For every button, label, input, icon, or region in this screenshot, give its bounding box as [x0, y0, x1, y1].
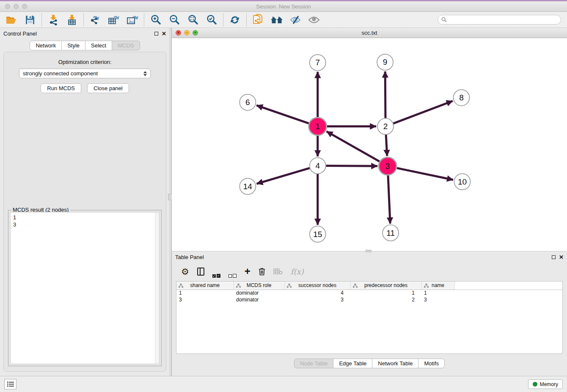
edge-2-8[interactable] — [385, 101, 453, 127]
mcds-result-group: MCDS result (2 nodes) 1 3 — [8, 210, 162, 366]
import-network-icon[interactable] — [47, 14, 60, 26]
zoom-in-icon[interactable] — [149, 14, 162, 26]
svg-text:2: 2 — [383, 122, 388, 131]
close-panel-button[interactable]: Close panel — [87, 83, 129, 93]
column-sort-icon — [353, 283, 358, 289]
column-header-name[interactable]: name — [421, 282, 454, 290]
table-options-icon[interactable]: ⚙ — [181, 265, 189, 278]
add-column-icon[interactable]: + — [245, 265, 250, 278]
zoom-fit-icon[interactable] — [187, 14, 199, 26]
float-panel-icon[interactable] — [154, 32, 158, 36]
zoom-selected-icon[interactable] — [205, 14, 218, 26]
table-row[interactable]: 3dominator323 — [176, 296, 562, 303]
function-builder-icon[interactable]: f(x) — [291, 265, 304, 278]
window-titlebar: Session: New Session — [0, 1, 567, 12]
cell-name[interactable]: 3 — [421, 296, 454, 303]
clone-network-icon[interactable] — [252, 14, 264, 26]
column-header-shared-name[interactable]: shared name — [176, 282, 234, 290]
tab-select[interactable]: Select — [85, 41, 112, 50]
optimization-criterion-select[interactable]: strongly connected component — [19, 69, 151, 78]
cell-name[interactable]: 1 — [421, 290, 454, 296]
table-row[interactable]: 1dominator411 — [176, 290, 562, 296]
cell-successor-nodes[interactable]: 3 — [284, 296, 350, 303]
export-image-icon[interactable] — [126, 14, 139, 26]
node-table[interactable]: shared nameMCDS rolesuccessor nodesprede… — [176, 281, 563, 354]
node-1[interactable]: 1 — [309, 118, 327, 135]
network-window-titlebar: ✕ – + scc.txt — [172, 28, 567, 38]
mcds-panel: Optimization criterion: strongly connect… — [3, 52, 166, 372]
node-11[interactable]: 11 — [383, 225, 399, 241]
svg-text:14: 14 — [243, 182, 253, 191]
close-panel-icon[interactable]: ✕ — [162, 31, 166, 36]
zoom-out-icon[interactable] — [168, 14, 181, 26]
node-2[interactable]: 2 — [377, 119, 394, 135]
edge-4-14[interactable] — [257, 166, 318, 184]
edge-3-10[interactable] — [388, 166, 453, 179]
memory-button[interactable]: Memory — [528, 379, 563, 389]
tab-node-table[interactable]: Node Table — [294, 359, 334, 368]
column-header-predecessor-nodes[interactable]: predecessor nodes — [350, 282, 421, 290]
column-header-MCDS-role[interactable]: MCDS role — [234, 282, 284, 290]
hide-selected-icon[interactable] — [289, 14, 302, 26]
svg-text:10: 10 — [458, 177, 467, 186]
show-all-icon[interactable] — [308, 14, 320, 26]
optimization-criterion-label: Optimization criterion: — [4, 59, 166, 65]
node-7[interactable]: 7 — [310, 55, 326, 71]
open-session-icon[interactable] — [5, 14, 18, 26]
save-session-icon[interactable] — [24, 14, 36, 26]
search-box[interactable] — [438, 15, 561, 25]
tab-network[interactable]: Network — [30, 41, 62, 50]
run-mcds-button[interactable]: Run MCDS — [41, 83, 81, 93]
network-graph[interactable]: 7968124314101511 — [172, 38, 567, 251]
search-input[interactable] — [449, 17, 557, 23]
node-8[interactable]: 8 — [453, 90, 469, 106]
tab-network-table[interactable]: Network Table — [372, 359, 418, 368]
node-10[interactable]: 10 — [454, 174, 470, 190]
first-neighbors-icon[interactable] — [270, 14, 283, 26]
node-15[interactable]: 15 — [310, 226, 326, 242]
column-panel-icon[interactable] — [197, 265, 204, 278]
node-6[interactable]: 6 — [239, 94, 256, 110]
tab-motifs[interactable]: Motifs — [418, 359, 445, 368]
column-header-successor-nodes[interactable]: successor nodes — [284, 282, 350, 290]
node-4[interactable]: 4 — [310, 157, 326, 174]
close-table-panel-icon[interactable]: ✕ — [559, 254, 564, 260]
tab-mcds[interactable]: MCDS — [112, 41, 140, 50]
tab-edge-table[interactable]: Edge Table — [333, 359, 372, 368]
export-network-icon[interactable] — [89, 14, 102, 26]
export-table-icon[interactable] — [107, 14, 120, 26]
edge-1-6[interactable] — [256, 105, 318, 127]
float-table-panel-icon[interactable] — [552, 255, 556, 259]
svg-text:3: 3 — [385, 162, 390, 171]
import-table-icon[interactable] — [66, 14, 78, 26]
mcds-result-text[interactable]: 1 3 — [10, 212, 160, 364]
column-header-filler — [454, 282, 562, 290]
cell-MCDS-role[interactable]: dominator — [234, 296, 284, 303]
svg-text:9: 9 — [383, 58, 388, 66]
search-icon — [441, 17, 447, 22]
cell-successor-nodes[interactable]: 4 — [284, 290, 350, 296]
table-panel-tabs: Node TableEdge TableNetwork TableMotifs — [294, 359, 445, 368]
cell-predecessor-nodes[interactable]: 2 — [350, 296, 421, 303]
select-spinner-icon — [143, 71, 147, 76]
svg-text:7: 7 — [315, 58, 320, 67]
delete-table-icon[interactable] — [273, 265, 283, 278]
cell-MCDS-role[interactable]: dominator — [234, 290, 284, 296]
node-9[interactable]: 9 — [377, 54, 393, 70]
deselect-all-columns-icon[interactable] — [228, 265, 237, 278]
apply-layout-icon[interactable] — [228, 14, 241, 26]
edge-3-1[interactable] — [327, 131, 388, 166]
cell-shared-name[interactable]: 1 — [176, 290, 234, 296]
node-3[interactable]: 3 — [379, 157, 396, 175]
task-history-button[interactable] — [4, 379, 17, 389]
cell-shared-name[interactable]: 3 — [176, 296, 234, 303]
tab-style[interactable]: Style — [62, 41, 85, 50]
horizontal-splitter-grip[interactable] — [366, 250, 372, 252]
network-canvas[interactable]: 7968124314101511 — [172, 38, 567, 251]
select-all-columns-icon[interactable]: ✓✓ — [212, 265, 220, 278]
cell-predecessor-nodes[interactable]: 1 — [350, 290, 421, 296]
edge-4-3[interactable] — [318, 166, 377, 166]
delete-column-icon[interactable] — [259, 265, 265, 278]
node-14[interactable]: 14 — [239, 178, 256, 194]
status-bar: Memory — [0, 376, 567, 392]
